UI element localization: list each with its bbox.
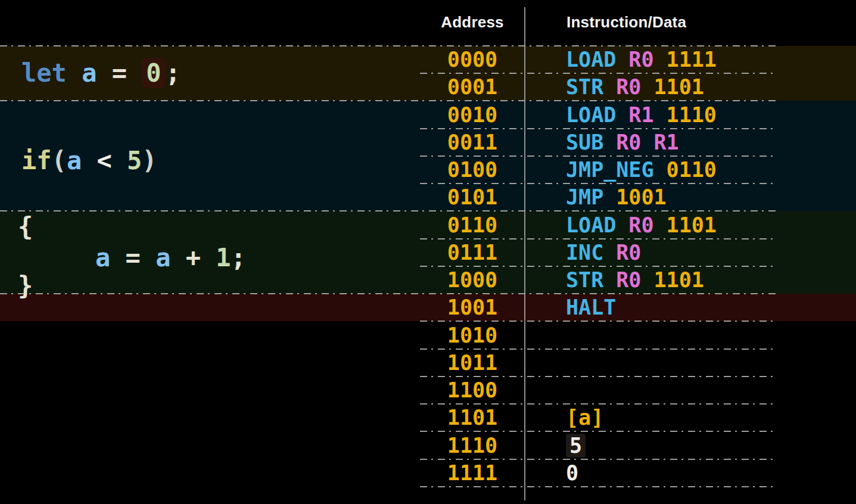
memory-address: 1100 [420, 378, 525, 402]
token-num: 1101 [654, 75, 704, 99]
token-op: SUB [566, 130, 616, 154]
memory-table: 0000LOAD R0 11110001STR R0 11010010LOAD … [420, 46, 852, 487]
memory-row: 1100 [420, 377, 852, 404]
memory-address: 1111 [420, 461, 525, 485]
memory-instruction: HALT [525, 295, 852, 319]
token-reg: R0 [628, 213, 666, 237]
token-op: STR [566, 75, 616, 99]
token-punct: ; [166, 58, 180, 88]
token-num: 1111 [667, 48, 717, 71]
memory-instruction: STR R0 1101 [525, 75, 852, 99]
token-num: 1001 [616, 185, 666, 209]
token-lit: 5 [127, 146, 142, 175]
memory-address: 0010 [420, 103, 525, 127]
memory-row: 11110 [420, 459, 852, 487]
memory-row: 1011 [420, 349, 852, 377]
token-opr: < [82, 146, 127, 175]
token-mem: [a] [566, 406, 603, 430]
code-line-increment: a = a + 1; [95, 244, 246, 272]
token-punct: = [112, 58, 127, 88]
code-open-brace: { [18, 213, 33, 241]
token-op: LOAD [566, 213, 628, 237]
token-op: JMP_NEG [566, 158, 667, 182]
memory-row: 1010 [420, 322, 852, 349]
token-reg: R0 [616, 241, 641, 265]
code-to-memory-diagram: Address Instruction/Data 0000LOAD R0 111… [0, 0, 856, 504]
token-kw-blue: let [21, 58, 67, 88]
memory-instruction: LOAD R1 1110 [525, 103, 852, 127]
memory-instruction: STR R0 1101 [525, 268, 852, 292]
memory-address: 1101 [420, 406, 525, 430]
token-reg: R0 [616, 75, 653, 99]
memory-instruction: LOAD R0 1111 [525, 48, 852, 71]
token-op: STR [566, 268, 616, 292]
memory-row: 1000STR R0 1101 [420, 266, 852, 294]
memory-address: 0100 [420, 158, 525, 182]
memory-address: 1010 [420, 323, 525, 347]
memory-instruction: 5 [525, 434, 852, 458]
code-line-let: let a = 0; [21, 59, 180, 88]
token-reg: R1 [628, 103, 666, 127]
token-op: LOAD [566, 103, 628, 127]
token-punct: ; [231, 243, 246, 272]
token-reg: R1 [654, 130, 679, 154]
memory-instruction: LOAD R0 1101 [525, 213, 852, 237]
token-op: INC [566, 241, 616, 265]
token-num: 1101 [667, 213, 717, 237]
token-var: a [67, 146, 82, 175]
memory-address: 1011 [420, 351, 525, 375]
token-op: LOAD [566, 48, 628, 71]
memory-address: 0101 [420, 185, 525, 209]
column-header-address: Address [420, 13, 525, 32]
token-punct: = [110, 243, 155, 272]
token-lit-hl: 0 [142, 58, 165, 88]
token-reg: R0 [616, 268, 653, 292]
token-num: 0110 [667, 158, 717, 182]
memory-instruction: INC R0 [525, 241, 852, 265]
memory-instruction: JMP 1001 [525, 185, 852, 209]
token-paren: ) [142, 146, 157, 175]
token-var: a [95, 243, 110, 272]
memory-row: 0110LOAD R0 1101 [420, 211, 852, 239]
token-num: 1101 [654, 268, 704, 292]
memory-address: 1000 [420, 268, 525, 292]
column-header-instruction: Instruction/Data [566, 13, 686, 32]
memory-address: 0111 [420, 241, 525, 265]
memory-row: 0000LOAD R0 1111 [420, 46, 852, 73]
token-paren: ( [52, 146, 67, 175]
token-val-hl: 5 [566, 434, 586, 458]
code-close-brace: } [18, 272, 33, 300]
memory-address: 0001 [420, 75, 525, 99]
token-reg: R0 [628, 48, 666, 71]
memory-row: 0111INC R0 [420, 239, 852, 266]
token-op: JMP [566, 185, 616, 209]
memory-row: 1001HALT [420, 294, 852, 321]
token-reg: R0 [616, 130, 653, 154]
token-punct: { [18, 212, 33, 241]
token-val: 0 [566, 461, 578, 485]
memory-row: 1101[a] [420, 404, 852, 431]
memory-address: 0000 [420, 48, 525, 71]
memory-address: 0011 [420, 130, 525, 154]
memory-address: 1001 [420, 295, 525, 319]
memory-row: 0001STR R0 1101 [420, 73, 852, 101]
token-var: a [82, 58, 97, 88]
token-punct [67, 58, 82, 88]
memory-instruction: SUB R0 R1 [525, 130, 852, 154]
memory-row: 0101JMP 1001 [420, 183, 852, 211]
memory-row: 11105 [420, 432, 852, 459]
memory-instruction: [a] [525, 406, 852, 430]
token-lit: 1 [216, 243, 231, 272]
memory-row: 0100JMP_NEG 0110 [420, 156, 852, 183]
memory-instruction: 0 [525, 461, 852, 485]
code-line-if: if(a < 5) [21, 147, 157, 175]
token-kw-yellow: if [21, 146, 52, 175]
token-punct [127, 58, 142, 88]
memory-address: 1110 [420, 434, 525, 458]
token-var: a [155, 243, 170, 272]
memory-instruction: JMP_NEG 0110 [525, 158, 852, 182]
token-op: HALT [566, 295, 616, 319]
token-num: 1110 [667, 103, 717, 127]
memory-row: 0011SUB R0 R1 [420, 129, 852, 156]
token-punct: } [18, 271, 33, 300]
